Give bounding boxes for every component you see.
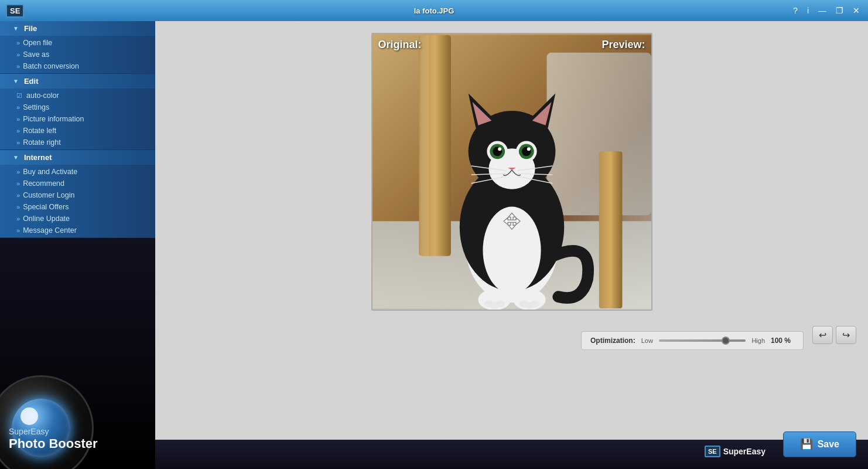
internet-section: ▼ Internet » Buy and Activate » Recommen…	[0, 150, 155, 238]
settings-item[interactable]: » Settings	[0, 101, 155, 113]
save-icon: 💾	[800, 438, 813, 451]
auto-color-item[interactable]: ☑ auto-color	[0, 90, 155, 101]
internet-section-header[interactable]: ▼ Internet	[0, 150, 155, 165]
titlebar: SE la foto.JPG ? i — ❐ ✕	[0, 0, 868, 21]
save-as-item[interactable]: » Save as	[0, 49, 155, 60]
original-label: Original:	[378, 39, 422, 51]
info-button[interactable]: i	[805, 6, 811, 15]
check-icon: ☑	[16, 92, 22, 100]
app-logo: SE	[6, 4, 24, 18]
sidebar-brand-area: SuperEasy Photo Booster	[0, 238, 155, 469]
window-title: la foto.JPG	[414, 6, 454, 15]
file-section-label: File	[24, 24, 37, 33]
image-comparison-area: Original: Preview:	[371, 33, 652, 311]
svg-rect-3	[420, 35, 429, 256]
rotate-right-bullet: »	[16, 139, 20, 146]
batch-bullet: »	[16, 63, 20, 70]
edit-section: ▼ Edit ☑ auto-color » Settings » Picture…	[0, 74, 155, 150]
save-as-label: Save as	[23, 50, 49, 59]
app-body: ▼ File » Open file » Save as » Batch con…	[0, 21, 868, 469]
special-offers-bullet: »	[16, 203, 20, 210]
optimization-high-label: High	[751, 337, 765, 344]
optimization-slider[interactable]	[659, 339, 746, 342]
brand-line1: SuperEasy	[9, 427, 98, 436]
message-center-bullet: »	[16, 227, 20, 234]
save-as-bullet: »	[16, 51, 20, 58]
picture-info-item[interactable]: » Picture information	[0, 113, 155, 125]
edit-arrow-icon: ▼	[13, 78, 19, 84]
online-update-label: Online Update	[23, 215, 70, 223]
message-center-item[interactable]: » Message Center	[0, 225, 155, 236]
cat-svg	[373, 34, 651, 310]
main-content: Original: Preview:	[155, 21, 868, 469]
settings-bullet: »	[16, 104, 20, 111]
controls-row: Optimization: Low High 100 % ↩ ↪	[167, 320, 856, 350]
buy-activate-item[interactable]: » Buy and Activate	[0, 166, 155, 178]
help-button[interactable]: ?	[791, 6, 800, 15]
edit-menu-items: ☑ auto-color » Settings » Picture inform…	[0, 89, 155, 149]
customer-login-item[interactable]: » Customer Login	[0, 189, 155, 201]
special-offers-label: Special Offers	[23, 203, 69, 211]
rotate-left-label: Rotate left	[23, 127, 56, 135]
auto-color-label: auto-color	[26, 91, 59, 100]
online-update-item[interactable]: » Online Update	[0, 213, 155, 225]
svg-point-34	[495, 300, 505, 307]
recommend-bullet: »	[16, 180, 20, 187]
optimization-bar: Optimization: Low High 100 %	[581, 331, 804, 350]
svg-point-22	[527, 147, 530, 151]
special-offers-item[interactable]: » Special Offers	[0, 201, 155, 213]
customer-login-bullet: »	[16, 192, 20, 199]
file-section: ▼ File » Open file » Save as » Batch con…	[0, 21, 155, 74]
brand-bottom-right: SE SuperEasy	[705, 446, 766, 457]
svg-point-37	[530, 300, 539, 307]
open-file-label: Open file	[23, 39, 52, 47]
rotate-right-label: Rotate right	[23, 138, 61, 147]
brand-name: SuperEasy	[723, 447, 766, 456]
undo-redo-controls: ↩ ↪	[812, 326, 856, 344]
buy-activate-label: Buy and Activate	[23, 168, 77, 176]
internet-menu-items: » Buy and Activate » Recommend » Custome…	[0, 165, 155, 237]
file-section-header[interactable]: ▼ File	[0, 21, 155, 36]
rotate-left-item[interactable]: » Rotate left	[0, 125, 155, 137]
se-badge: SE	[705, 446, 720, 457]
batch-label: Batch conversion	[23, 62, 79, 70]
cat-photo[interactable]	[373, 34, 651, 310]
optimization-low-label: Low	[641, 337, 653, 344]
internet-arrow-icon: ▼	[13, 154, 19, 161]
open-file-bullet: »	[16, 39, 20, 46]
svg-point-21	[498, 147, 501, 151]
brand-logo-circle	[0, 375, 94, 469]
brand-text: SuperEasy Photo Booster	[9, 427, 98, 451]
edit-section-header[interactable]: ▼ Edit	[0, 74, 155, 89]
recommend-label: Recommend	[23, 179, 64, 188]
settings-label: Settings	[23, 103, 49, 111]
rotate-right-item[interactable]: » Rotate right	[0, 137, 155, 148]
rotate-left-bullet: »	[16, 127, 20, 134]
message-center-label: Message Center	[23, 226, 77, 235]
redo-button[interactable]: ↪	[836, 326, 856, 344]
save-button[interactable]: 💾 Save	[783, 431, 856, 457]
optimization-percent: 100 %	[771, 337, 794, 345]
minimize-button[interactable]: —	[816, 6, 829, 15]
window-controls[interactable]: ? i — ❐ ✕	[791, 6, 862, 15]
sidebar: ▼ File » Open file » Save as » Batch con…	[0, 21, 155, 469]
close-button[interactable]: ✕	[850, 6, 862, 15]
save-label: Save	[818, 439, 839, 450]
undo-button[interactable]: ↩	[812, 326, 833, 344]
open-file-item[interactable]: » Open file	[0, 37, 155, 49]
batch-conversion-item[interactable]: » Batch conversion	[0, 60, 155, 72]
picture-info-bullet: »	[16, 115, 20, 123]
svg-rect-5	[599, 151, 622, 308]
bottom-bar: SE SuperEasy 💾 Save	[155, 440, 868, 469]
picture-info-label: Picture information	[23, 115, 84, 123]
edit-section-label: Edit	[24, 77, 39, 86]
optimization-controls: Optimization: Low High 100 % ↩ ↪	[581, 320, 856, 350]
file-menu-items: » Open file » Save as » Batch conversion	[0, 36, 155, 73]
internet-section-label: Internet	[24, 153, 52, 162]
recommend-item[interactable]: » Recommend	[0, 178, 155, 189]
maximize-button[interactable]: ❐	[833, 6, 846, 15]
buy-activate-bullet: »	[16, 168, 20, 175]
brand-line2: Photo Booster	[9, 436, 98, 451]
customer-login-label: Customer Login	[23, 191, 74, 199]
optimization-label: Optimization:	[590, 337, 635, 345]
